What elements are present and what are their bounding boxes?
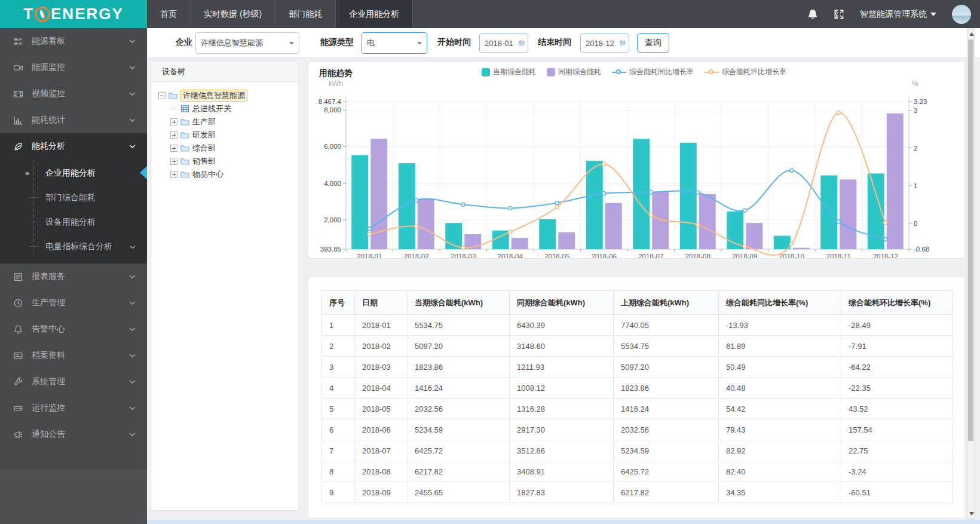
calendar-icon[interactable] [620,38,626,48]
submenu-item-department-comprehensive-energy[interactable]: 部门综合能耗 [0,185,147,210]
tree-node-rnd-dept[interactable]: 研发部 [158,128,293,142]
sidebar-item-operation-monitoring[interactable]: 运行监控 [0,395,147,421]
sidebar-item-video-monitoring[interactable]: 视频监控 [0,81,147,107]
company-select[interactable]: 许继信息智慧能源 [195,32,299,54]
chevron-down-icon [128,38,136,45]
table-header-cell: 综合能耗环比增长率(%) [841,291,953,315]
start-time-input[interactable] [485,39,516,48]
tree-node-label[interactable]: 综合部 [192,143,216,154]
sidebar-item-archive-data[interactable]: 档案资料 [0,342,147,369]
leaf-icon [13,142,23,152]
tree-node-label[interactable]: 物品中心 [192,169,223,180]
tree-collapse-icon[interactable] [158,92,166,99]
trend-chart[interactable]: 8,467.48,0006,0004,0002,000393.853.23321… [308,79,964,258]
bar-chart-icon [13,115,23,125]
energy-type-select[interactable]: 电 [362,32,427,54]
tree-expand-icon[interactable] [170,171,177,178]
legend-current-energy[interactable]: 当期综合能耗 [482,67,536,77]
tree-node-sales-dept[interactable]: 销售部 [158,155,293,168]
table-cell: 1823.86 [408,357,510,378]
table-header-row: 序号日期当期综合能耗(kWh)同期综合能耗(kWh)上期综合能耗(kWh)综合能… [322,291,953,315]
tab-department-energy[interactable]: 部门能耗 [275,0,336,28]
tree-node-label-selected[interactable]: 许继信息智慧能源 [180,90,247,102]
submenu-item-device-energy-analysis[interactable]: 设备用能分析 [0,210,147,234]
main-content: 设备树 许继信息智慧能源 总进线开关 生产部 [147,58,980,520]
submenu-item-label: 电量指标综合分析 [45,241,112,252]
scroll-down-arrow-icon[interactable] [969,512,974,516]
start-time-label: 开始时间 [437,37,471,48]
folder-open-icon [168,91,178,100]
tree-node-label[interactable]: 生产部 [192,117,216,127]
logo-text-left: T [23,5,34,23]
tree-expand-icon[interactable] [170,145,177,152]
brand-logo-text: TENERGY [23,5,124,23]
tab-realtime-data[interactable]: 实时数据 (秒级) [191,0,275,28]
table-cell: 3512.86 [510,440,614,461]
sidebar-footer-area [0,469,147,524]
submenu-item-label: 部门综合能耗 [45,192,96,203]
legend-label: 综合能耗同比增长率 [629,67,694,77]
legend-swatch-teal [482,68,490,76]
scrollbar-thumb[interactable] [968,39,973,441]
calendar-icon[interactable] [519,38,525,48]
table-row: 12018-015534.756430.397740.05-13.93-28.4… [322,315,953,336]
table-cell: 50.49 [719,357,841,378]
sidebar-group-energy-analysis: 能耗分析 » 企业用能分析 部门综合能耗 设备用能分析 [0,133,147,263]
system-title-dropdown[interactable]: 智慧能源管理系统 [860,9,936,20]
chevron-down-icon [128,299,136,307]
tree-node-label[interactable]: 总进线开关 [192,103,231,114]
svg-text:3: 3 [914,107,917,114]
table-row: 72018-076425.723512.865234.5982.9222.75 [322,440,953,461]
submenu-item-enterprise-energy-analysis[interactable]: » 企业用能分析 [0,161,147,185]
sidebar-item-production-management[interactable]: 生产管理 [0,290,147,316]
vertical-scrollbar[interactable] [967,28,975,520]
svg-text:2,000: 2,000 [324,216,341,223]
tree-node-main-switch[interactable]: 总进线开关 [158,102,293,115]
sidebar-item-alarm-center[interactable]: 告警中心 [0,316,147,342]
energy-type-label: 能源类型 [320,37,354,48]
tree-expand-icon[interactable] [170,118,177,125]
tab-home[interactable]: 首页 [147,0,191,28]
tree-node-general-dept[interactable]: 综合部 [158,142,293,155]
horizontal-scrollbar-strip[interactable] [147,520,980,524]
legend-label: 综合能耗环比增长率 [722,67,786,77]
end-time-input[interactable] [586,39,617,48]
sidebar-item-label: 能耗分析 [32,141,128,152]
sidebar-item-notice-announcement[interactable]: 通知公告 [0,421,147,448]
film-icon [13,89,23,99]
user-avatar[interactable] [952,5,971,24]
legend-yoy-growth-rate[interactable]: 综合能耗同比增长率 [612,67,694,77]
sidebar-item-label: 能源监控 [32,62,128,73]
svg-text:393.85: 393.85 [320,246,341,253]
legend-same-period-energy[interactable]: 同期综合能耗 [547,67,601,77]
legend-mom-growth-rate[interactable]: 综合能耗环比增长率 [705,67,786,77]
sidebar-item-system-management[interactable]: 系统管理 [0,369,147,395]
tree-node-label[interactable]: 销售部 [192,156,216,167]
sidebar-item-energy-dashboard[interactable]: 能源看板 [0,28,147,54]
legend-swatch-purple [547,68,555,76]
system-title-label: 智慧能源管理系统 [860,9,927,20]
query-button[interactable]: 查询 [637,33,669,53]
tree-expand-icon[interactable] [170,158,177,165]
tree-node-root[interactable]: 许继信息智慧能源 [158,89,293,102]
tree-node-production-dept[interactable]: 生产部 [158,115,293,128]
submenu-item-power-index-analysis[interactable]: 电量指标综合分析 [0,234,147,259]
top-header: TENERGY 首页 实时数据 (秒级) 部门能耗 企业用能分析 智慧能源管理系… [0,0,980,28]
tree-node-goods-center[interactable]: 物品中心 [158,168,293,181]
table-cell: 2032.56 [408,399,510,419]
tree-expand-icon[interactable] [170,131,177,139]
fullscreen-icon[interactable] [834,9,844,20]
scroll-up-arrow-icon[interactable] [969,32,974,36]
notification-bell-icon[interactable] [807,9,818,20]
svg-text:2018-09: 2018-09 [732,253,757,258]
tree-node-label[interactable]: 研发部 [192,130,216,140]
tab-enterprise-energy-analysis[interactable]: 企业用能分析 [336,0,413,28]
table-cell: -64.22 [841,357,953,378]
sidebar-item-report-service[interactable]: 报表服务 [0,263,147,290]
table-cell: 2018-06 [355,419,408,440]
sidebar-item-energy-monitoring[interactable]: 能源监控 [0,54,147,81]
sidebar-item-energy-statistics[interactable]: 能耗统计 [0,107,147,133]
sidebar-item-energy-analysis[interactable]: 能耗分析 [0,133,147,160]
svg-text:2: 2 [914,145,917,152]
energy-trend-chart-panel: 用能趋势 当期综合能耗 同期综合能耗 综合能耗同比增长率 综合能耗环比增长率 [308,62,965,259]
